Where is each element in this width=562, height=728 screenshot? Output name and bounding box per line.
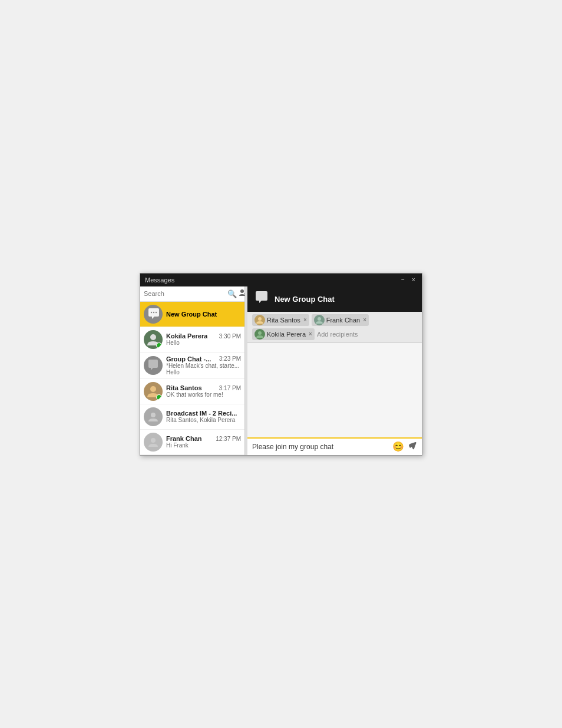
svg-point-11 (318, 317, 321, 321)
conv-time: 3:30 PM (219, 333, 241, 340)
conv-preview: Hi Frank (166, 442, 241, 449)
chat-messages (247, 343, 422, 437)
active-avatar (144, 305, 163, 324)
svg-point-9 (151, 438, 156, 443)
conv-preview: Rita Santos, Kokila Perera (166, 417, 241, 423)
svg-point-3 (151, 311, 152, 312)
recipient-avatar-frank (314, 315, 325, 325)
conv-preview-sub: Hello (166, 369, 241, 375)
recipient-chip-frank: Frank Chan × (312, 314, 369, 326)
search-input[interactable] (144, 290, 225, 297)
svg-point-7 (150, 386, 156, 392)
svg-point-4 (153, 311, 154, 312)
conv-name: Frank Chan (166, 435, 202, 442)
chip-name-frank: Frank Chan (326, 317, 360, 324)
window-controls: − × (399, 276, 417, 284)
avatar (144, 407, 163, 426)
conv-info: Kokila Perera 3:30 PM Hello (166, 332, 241, 346)
conv-preview: OK that works for me! (166, 391, 241, 398)
emoji-button[interactable]: 😊 (392, 441, 404, 452)
chip-name-kokila: Kokila Perera (267, 331, 306, 338)
recipient-chip-kokila: Kokila Perera × (252, 328, 315, 340)
list-item[interactable]: Broadcast IM - 2 Reci... Rita Santos, Ko… (140, 404, 244, 430)
conv-time: 12:37 PM (216, 436, 241, 442)
chat-header: New Group Chat (247, 286, 422, 312)
active-conv-name: New Group Chat (166, 311, 217, 318)
list-item[interactable]: Frank Chan 12:37 PM Hi Frank (140, 430, 244, 455)
chip-close-rita[interactable]: × (303, 317, 307, 323)
chat-header-title: New Group Chat (275, 295, 335, 304)
conv-name: Group Chat -... (166, 355, 211, 363)
conv-name: Kokila Perera (166, 332, 207, 340)
svg-point-5 (156, 311, 157, 312)
conv-preview: Hello (166, 340, 241, 346)
list-item[interactable]: Kokila Perera 3:30 PM Hello (140, 327, 244, 353)
svg-point-10 (258, 317, 262, 321)
active-conversation[interactable]: New Group Chat (140, 302, 244, 327)
minimize-button[interactable]: − (399, 276, 406, 284)
conv-time: 3:17 PM (219, 385, 241, 391)
avatar (144, 356, 163, 375)
send-button[interactable] (408, 441, 417, 453)
avatar (144, 433, 163, 452)
conv-info: Broadcast IM - 2 Reci... Rita Santos, Ko… (166, 410, 241, 423)
chip-close-kokila[interactable]: × (309, 331, 312, 337)
right-panel: New Group Chat Rita Santos × (247, 286, 422, 455)
search-bar: 🔍 (140, 286, 244, 302)
chat-header-icon (253, 290, 269, 308)
recipient-avatar-kokila (254, 329, 265, 340)
conv-info: Rita Santos 3:17 PM OK that works for me… (166, 384, 241, 398)
add-recipients-input[interactable]: Add recipients (317, 331, 358, 338)
search-icon[interactable]: 🔍 (227, 289, 237, 298)
conv-info: Frank Chan 12:37 PM Hi Frank (166, 435, 241, 449)
conv-preview: *Helen Mack's chat, starte... (166, 363, 241, 369)
conv-name: Rita Santos (166, 384, 202, 391)
recipient-avatar-rita (254, 315, 265, 325)
left-panel: 🔍 (140, 286, 245, 455)
main-content: 🔍 (140, 286, 422, 455)
conv-name: Broadcast IM - 2 Reci... (166, 410, 237, 417)
active-conv-info: New Group Chat (166, 310, 241, 318)
list-item[interactable]: Group Chat -... 3:23 PM *Helen Mack's ch… (140, 353, 244, 379)
close-button[interactable]: × (410, 276, 417, 284)
avatar (144, 382, 163, 401)
recipients-bar: Rita Santos × Frank Chan × (247, 312, 422, 343)
svg-point-0 (240, 289, 244, 293)
messages-window: Messages − × 🔍 (140, 273, 422, 456)
recipient-chip-rita: Rita Santos × (252, 314, 309, 326)
title-bar: Messages − × (140, 274, 422, 286)
chip-name-rita: Rita Santos (267, 317, 300, 324)
chip-close-frank[interactable]: × (363, 317, 366, 323)
conv-time: 3:23 PM (219, 355, 241, 362)
message-input[interactable] (252, 443, 389, 451)
avatar (144, 330, 163, 349)
svg-point-12 (258, 331, 262, 335)
svg-point-6 (150, 334, 156, 340)
message-input-area: 😊 (247, 437, 422, 455)
conv-info: Group Chat -... 3:23 PM *Helen Mack's ch… (166, 355, 241, 375)
list-item[interactable]: Rita Santos 3:17 PM OK that works for me… (140, 379, 244, 404)
window-title: Messages (145, 276, 174, 284)
svg-point-8 (151, 413, 156, 417)
